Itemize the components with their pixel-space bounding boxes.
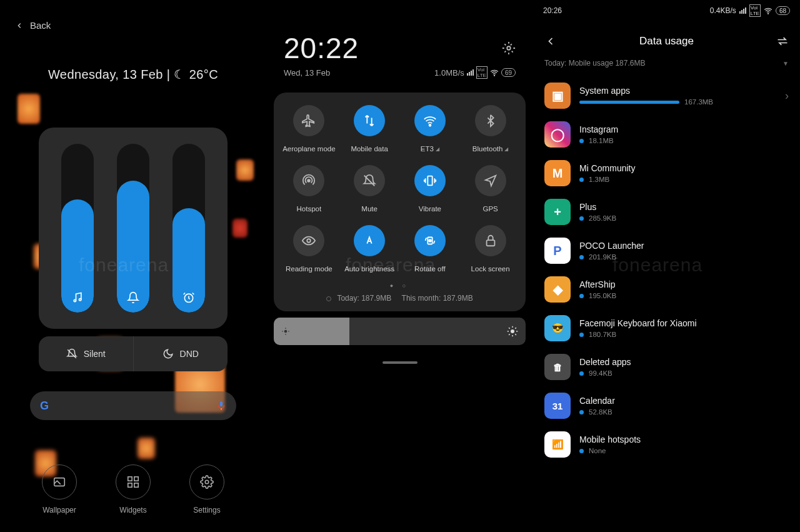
app-row[interactable]: M Mi Community 1.3MB bbox=[541, 154, 792, 193]
qs-tile-bluetooth[interactable]: Bluetooth◢ bbox=[462, 105, 518, 154]
drag-handle[interactable] bbox=[382, 361, 418, 364]
app-row[interactable]: 📶 Mobile hotspots None bbox=[541, 425, 792, 464]
qs-tile-label: Aeroplane mode bbox=[282, 145, 335, 153]
qs-tile-label: Reading mode bbox=[286, 265, 332, 273]
app-row[interactable]: 🗑 Deleted apps 99.4KB bbox=[541, 348, 792, 386]
svg-point-20 bbox=[429, 239, 431, 242]
silent-label: Silent bbox=[84, 349, 106, 359]
app-row[interactable]: + Plus 285.9KB bbox=[541, 193, 792, 231]
google-search-bar[interactable]: G bbox=[30, 391, 236, 420]
dnd-button[interactable]: DND bbox=[134, 336, 228, 371]
svg-point-12 bbox=[507, 46, 511, 50]
app-name: Mi Community bbox=[579, 163, 789, 173]
volte-icon: VoiLTE bbox=[749, 4, 761, 17]
app-list[interactable]: ▣ System apps 167.3MB › ◯ Instagram 18.1… bbox=[533, 74, 800, 518]
app-row[interactable]: P POCO Launcher 201.9KB bbox=[541, 231, 792, 270]
qs-tile-hotspot[interactable]: Hotspot bbox=[281, 165, 337, 214]
ring-volume-slider[interactable] bbox=[117, 144, 149, 313]
svg-point-22 bbox=[284, 330, 288, 333]
wifi-icon bbox=[414, 105, 446, 136]
lantern-decor bbox=[138, 438, 155, 459]
autoA-icon bbox=[354, 225, 385, 256]
qs-tile-reading-mode[interactable]: Reading mode bbox=[281, 225, 337, 274]
volume-panel bbox=[39, 128, 228, 329]
app-row[interactable]: ▣ System apps 167.3MB › bbox=[541, 76, 792, 115]
qs-tile-aeroplane-mode[interactable]: Aeroplane mode bbox=[281, 105, 337, 154]
lantern-decor bbox=[18, 94, 40, 124]
app-icon: 📶 bbox=[544, 431, 571, 458]
data-usage-panel: 20:26 0.4KB/s VoiLTE 68 Data usage Today… bbox=[533, 0, 800, 532]
qs-tile-lock-screen[interactable]: Lock screen bbox=[462, 225, 518, 274]
app-row[interactable]: ◆ AfterShip 195.0KB bbox=[541, 270, 792, 309]
qs-tile-label: Auto brightness bbox=[344, 265, 394, 273]
weather-widget[interactable]: Wednesday, 13 Feb | ☾ 26°C bbox=[0, 67, 266, 82]
app-name: Plus bbox=[579, 202, 789, 212]
svg-point-36 bbox=[768, 13, 768, 14]
app-name: AfterShip bbox=[579, 279, 789, 289]
wallpaper-button[interactable]: Wallpaper bbox=[42, 464, 77, 514]
settings-button[interactable]: Settings bbox=[189, 464, 224, 514]
qs-tile-label: Vibrate bbox=[419, 205, 441, 213]
data-usage-summary[interactable]: Today: 187.9MB This month: 187.9MB bbox=[281, 294, 518, 303]
battery-icon: 68 bbox=[776, 6, 790, 15]
qs-tile-et3[interactable]: ET3◢ bbox=[402, 105, 458, 154]
editor-dock: Wallpaper Widgets Settings bbox=[0, 464, 266, 514]
back-button[interactable]: Back bbox=[0, 0, 266, 31]
mute-icon bbox=[354, 165, 385, 196]
chevron-right-icon: › bbox=[785, 89, 789, 103]
swap-icon[interactable] bbox=[776, 35, 789, 48]
app-icon: M bbox=[544, 160, 571, 186]
qs-tile-label: Lock screen bbox=[471, 265, 510, 273]
app-row[interactable]: ◯ Instagram 18.1MB bbox=[541, 115, 792, 154]
usage-today: Today: 187.9MB bbox=[337, 294, 391, 303]
back-icon[interactable] bbox=[544, 35, 557, 48]
qs-tile-rotate-off[interactable]: Rotate off bbox=[402, 225, 458, 274]
app-name: System apps bbox=[579, 86, 776, 96]
app-row[interactable]: 😎 Facemoji Keyboard for Xiaomi 180.7KB bbox=[541, 309, 792, 348]
lantern-decor bbox=[232, 219, 248, 238]
app-icon: ▣ bbox=[544, 83, 571, 109]
silent-button[interactable]: Silent bbox=[39, 336, 134, 371]
svg-point-1 bbox=[79, 299, 81, 301]
widgets-button[interactable]: Widgets bbox=[116, 464, 151, 514]
page-indicator: ● ○ bbox=[281, 283, 518, 289]
dock-label: Widgets bbox=[116, 506, 151, 514]
alarm-volume-slider[interactable] bbox=[172, 144, 205, 313]
gps-icon bbox=[475, 165, 506, 196]
app-size: 52.8KB bbox=[589, 408, 612, 416]
battery-icon: 69 bbox=[501, 68, 516, 77]
gear-icon[interactable] bbox=[502, 41, 516, 55]
svg-rect-17 bbox=[428, 176, 432, 186]
svg-line-32 bbox=[509, 328, 510, 329]
airplane-icon bbox=[293, 105, 324, 136]
qs-tile-mobile-data[interactable]: Mobile data bbox=[342, 105, 398, 154]
qs-tile-vibrate[interactable]: Vibrate bbox=[402, 165, 458, 214]
media-volume-slider[interactable] bbox=[61, 144, 94, 313]
usage-summary-row[interactable]: Today: Mobile usage 187.6MB ▼ bbox=[533, 54, 800, 74]
chevron-left-icon bbox=[15, 21, 24, 30]
app-size: 167.3MB bbox=[684, 98, 713, 106]
brightness-high-icon bbox=[507, 326, 518, 337]
qs-tile-mute[interactable]: Mute bbox=[342, 165, 398, 214]
svg-point-15 bbox=[308, 179, 311, 182]
qs-tile-auto-brightness[interactable]: Auto brightness bbox=[342, 225, 398, 274]
updown-icon bbox=[354, 105, 385, 136]
brightness-slider[interactable] bbox=[274, 318, 526, 345]
alarm-icon bbox=[182, 291, 195, 304]
app-icon: ◯ bbox=[544, 121, 571, 148]
qs-tile-gps[interactable]: GPS bbox=[462, 165, 518, 214]
volte-icon: VoiLTE bbox=[476, 66, 488, 79]
qs-tile-label: Mute bbox=[361, 205, 378, 213]
signal-icon bbox=[467, 69, 474, 76]
app-name: Calendar bbox=[579, 396, 789, 406]
usage-month: This month: 187.9MB bbox=[402, 294, 473, 303]
svg-point-14 bbox=[429, 124, 431, 126]
app-name: Deleted apps bbox=[579, 357, 789, 367]
app-icon: 🗑 bbox=[544, 354, 571, 380]
app-row[interactable]: 31 Calendar 52.8KB bbox=[541, 386, 792, 425]
app-size: 180.7KB bbox=[589, 331, 616, 338]
mic-icon[interactable] bbox=[216, 399, 226, 412]
grid-icon bbox=[126, 475, 140, 489]
google-logo: G bbox=[40, 399, 49, 413]
app-size: 195.0KB bbox=[589, 292, 616, 299]
